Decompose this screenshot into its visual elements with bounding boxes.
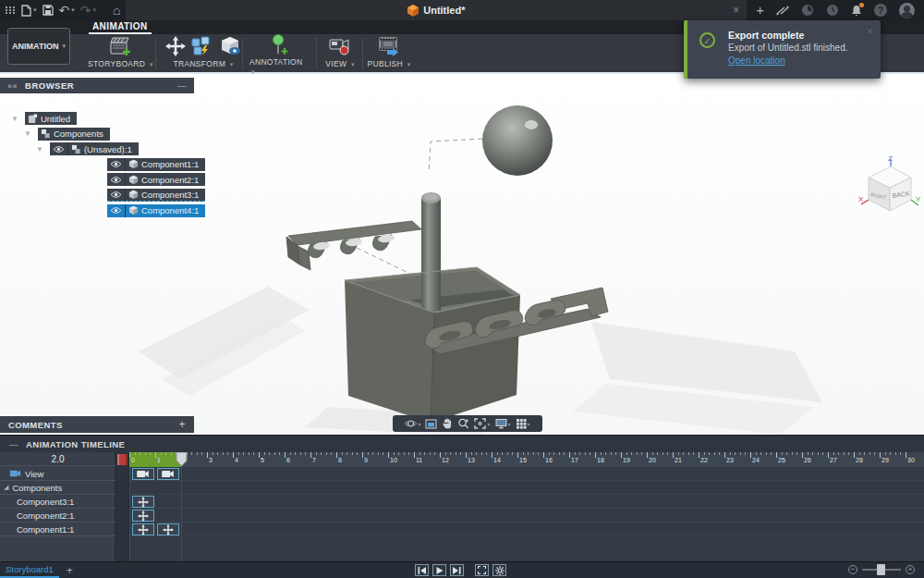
orbit-icon[interactable]: ▾ (405, 418, 420, 429)
view-cube[interactable]: Z X Y RIGHT BACK (857, 154, 922, 218)
component-sphere[interactable] (482, 105, 553, 176)
annotation-group[interactable]: ANNOTATION ▾ (249, 34, 310, 72)
cube-icon (126, 158, 141, 171)
notifications-bell-icon[interactable] (851, 5, 862, 17)
timeline-minimize-icon[interactable]: — (0, 439, 26, 449)
transform-group[interactable]: TRANSFORM ▾ (162, 34, 245, 72)
go-to-end-button[interactable] (450, 564, 464, 576)
play-button[interactable] (432, 564, 446, 576)
track-lane[interactable] (129, 523, 924, 536)
component-comb-left[interactable] (286, 221, 421, 270)
fit-icon[interactable]: ▾ (474, 418, 490, 429)
close-tab-icon[interactable]: × (733, 4, 739, 17)
new-tab-icon[interactable]: + (756, 0, 764, 20)
current-time-display[interactable]: 2.0 (0, 452, 116, 466)
undo-icon[interactable]: ↶▾ (59, 0, 75, 20)
timeline-zoom-slider[interactable] (862, 569, 901, 571)
timeline-action-move[interactable] (157, 523, 179, 535)
app-grid-icon[interactable] (6, 6, 16, 14)
restore-position-icon (219, 36, 241, 56)
browser-item-untitled[interactable]: ▼Untitled (0, 112, 77, 125)
axis-x-label: X (858, 195, 864, 203)
pan-icon[interactable] (442, 418, 453, 429)
timeline-ruler[interactable]: 0123456789101112131415161718192021222324… (129, 452, 924, 467)
view-group[interactable]: VIEW ▾ (321, 34, 359, 72)
model-untitled[interactable] (0, 74, 924, 435)
browser-item-label: (Unsaved):1 (84, 144, 132, 154)
timeline-action-move[interactable] (132, 510, 154, 522)
fit-timeline-button[interactable] (475, 564, 489, 576)
timeline-action-move[interactable] (132, 496, 154, 508)
timeline-row-view[interactable]: View (0, 467, 116, 481)
browser-item-component31[interactable]: Component3:1 (57, 189, 205, 202)
notification-close-icon[interactable]: × (866, 24, 873, 38)
open-location-link[interactable]: Open location (728, 55, 785, 66)
expand-caret-icon[interactable]: ▼ (11, 115, 18, 123)
timeline-row-components[interactable]: ◢Components (0, 481, 116, 495)
track-label: Component3:1 (17, 497, 74, 507)
browser-item-unsaved1[interactable]: ▼(Unsaved):1 (0, 142, 139, 155)
expand-caret-icon[interactable]: ▼ (36, 145, 43, 154)
timeline-row-component21[interactable]: Component2:1 (0, 509, 116, 523)
document-tab[interactable]: Untitled* × (126, 0, 747, 20)
timeline-row-component31[interactable]: Component3:1 (0, 495, 116, 509)
look-at-icon[interactable] (425, 419, 437, 429)
storyboard-group[interactable]: STORYBOARD ▾ (88, 34, 153, 72)
track-lane[interactable] (129, 467, 924, 481)
timeline-action-move[interactable] (132, 523, 154, 535)
browser-item-component41[interactable]: Component4:1 (57, 204, 205, 217)
browser-collapse-icon[interactable]: «« (7, 81, 18, 91)
viewport-navbar: ▾ ▾ ▾ ▾ (393, 415, 542, 432)
job-status-icon[interactable] (776, 6, 789, 16)
display-settings-icon[interactable]: ▾ (495, 418, 511, 429)
zoom-icon[interactable] (457, 418, 469, 429)
file-menu-icon[interactable]: ▾ (21, 0, 37, 20)
document-icon (25, 112, 41, 125)
timeline-tracks[interactable] (129, 467, 924, 561)
timeline-settings-button[interactable] (492, 564, 506, 576)
viewport-3d[interactable]: Z X Y RIGHT BACK (0, 74, 924, 435)
timeline-zoom-out-button[interactable]: − (848, 565, 857, 574)
redo-icon[interactable]: ↷▾ (80, 0, 96, 20)
home-icon[interactable]: ⌂ (113, 0, 120, 20)
storyboard-icon (108, 35, 132, 57)
browser-item-component11[interactable]: Component1:1 (57, 158, 205, 171)
zoom-slider-handle[interactable] (877, 564, 885, 575)
add-comment-icon[interactable]: + (179, 418, 186, 431)
go-to-start-button[interactable] (415, 564, 429, 576)
publish-group[interactable]: PUBLISH ▾ (366, 34, 412, 72)
browser-minimize-icon[interactable]: — (177, 80, 187, 91)
timeline-action-camera[interactable] (157, 468, 179, 480)
user-avatar[interactable] (899, 3, 915, 18)
scratch-zone-icon[interactable] (117, 454, 128, 465)
annotation-icon (270, 34, 290, 56)
timeline-row-component11[interactable]: Component1:1 (0, 523, 116, 536)
visibility-eye-icon[interactable] (107, 189, 126, 201)
extensions-icon[interactable] (801, 4, 814, 17)
browser-item-component21[interactable]: Component2:1 (57, 173, 205, 186)
grid-layout-icon[interactable]: ▾ (516, 418, 530, 429)
expand-caret-icon[interactable]: ▼ (24, 129, 31, 138)
track-lane[interactable] (129, 481, 924, 495)
title-bar: ▾ ↶▾ ↷▾ ⌂ Untitled* × + ? (0, 0, 924, 20)
workspace-selector[interactable]: ANIMATION▾ (7, 28, 70, 65)
recent-clock-icon[interactable] (826, 4, 839, 17)
visibility-eye-icon[interactable] (107, 173, 126, 186)
add-storyboard-icon[interactable]: + (59, 564, 80, 577)
collapse-caret-icon[interactable]: ◢ (4, 484, 8, 491)
track-lane[interactable] (129, 509, 924, 523)
timeline-zoom-in-button[interactable]: + (906, 565, 915, 574)
save-icon[interactable] (43, 5, 54, 16)
track-lane[interactable] (129, 495, 924, 509)
visibility-eye-icon[interactable] (107, 158, 126, 171)
tab-storyboard1[interactable]: Storyboard1 (0, 562, 59, 578)
timeline-action-camera[interactable] (132, 468, 154, 480)
help-icon[interactable]: ? (874, 4, 887, 17)
playhead-marker[interactable] (176, 452, 188, 467)
tab-animation[interactable]: ANIMATION (89, 20, 152, 34)
comments-panel[interactable]: COMMENTS + (0, 416, 194, 433)
visibility-eye-icon[interactable] (50, 142, 68, 155)
visibility-eye-icon[interactable] (107, 204, 126, 217)
component-rod[interactable] (421, 192, 441, 311)
browser-item-components[interactable]: ▼Components (0, 128, 110, 141)
